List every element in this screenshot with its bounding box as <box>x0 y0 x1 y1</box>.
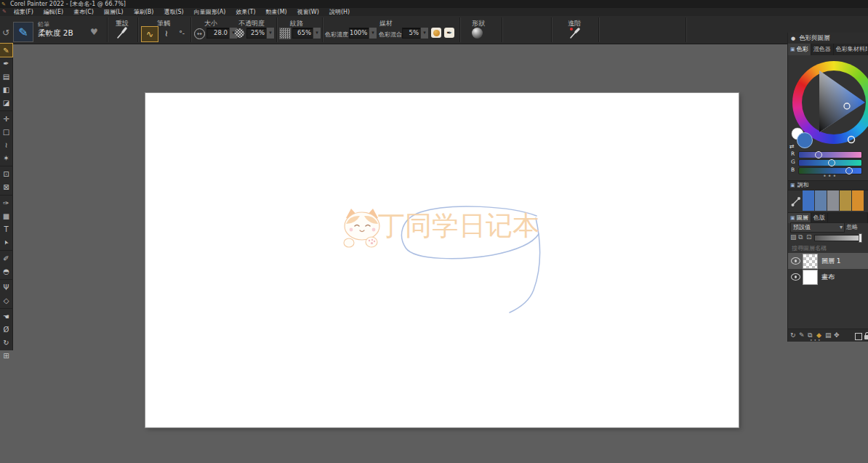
bottom-bar-dots[interactable]: ••• <box>810 337 822 342</box>
blend-spinner[interactable]: ▾ <box>420 27 429 39</box>
new-liquid-ink-layer-icon[interactable]: ▤ <box>825 331 832 339</box>
reset-brush-icon[interactable] <box>116 26 128 39</box>
r-label: R <box>791 150 795 158</box>
tab-channels[interactable]: 色版 <box>811 213 828 223</box>
mirror-paint-tool[interactable]: Ψ <box>0 279 12 294</box>
layer-opacity-handle[interactable] <box>859 233 862 243</box>
brush-variant-label[interactable]: 柔軟度 2B <box>38 28 73 39</box>
rotate-page-tool[interactable]: ↻ <box>0 336 12 349</box>
menu-window[interactable]: 視窗(W) <box>292 8 324 16</box>
brush-tool[interactable]: ✎ <box>0 44 12 57</box>
brush-reload-icon[interactable]: ↺ <box>2 28 9 38</box>
r-slider[interactable] <box>798 151 862 158</box>
canvas[interactable]: 丁同学日记本 <box>145 93 739 427</box>
b-slider-handle[interactable] <box>845 167 853 174</box>
tab-layers[interactable]: ▣圖層 <box>788 213 811 223</box>
grain-field[interactable]: 65% <box>292 28 314 39</box>
dotted-stroke-button[interactable]: °‐ <box>175 26 188 41</box>
tab-mixer[interactable]: 混色器 <box>811 44 834 55</box>
menu-file[interactable]: 檔案(F) <box>9 8 39 16</box>
media-pen-button[interactable]: ✒ <box>444 28 454 38</box>
depth-mode-dropdown[interactable]: 忽略 <box>846 223 858 231</box>
layer-commands-icon[interactable]: ↻ <box>790 331 796 339</box>
menu-effects[interactable]: 效果(T) <box>230 8 260 16</box>
menu-edit[interactable]: 編輯(E) <box>39 8 68 16</box>
concentration-field[interactable]: 100% <box>349 28 370 39</box>
dab-shape-icon[interactable] <box>472 28 483 39</box>
layer-row-1[interactable]: 圖層 1 <box>788 253 868 269</box>
transform-tool[interactable]: ⊡ <box>0 166 12 180</box>
navigator-tool[interactable]: ⊞ <box>0 349 12 362</box>
concentration-spinner[interactable]: ▾ <box>369 27 377 39</box>
preserve-transparency-icon[interactable]: ▨ <box>790 233 797 241</box>
crop-tool[interactable]: ⊠ <box>0 180 12 193</box>
eraser-tool[interactable]: ◪ <box>0 96 12 109</box>
delete-layer-icon[interactable]: ✥ <box>834 331 840 339</box>
cloner-tool[interactable]: ✐ <box>0 250 12 265</box>
harmony-header[interactable]: ▣調和 <box>788 180 868 190</box>
rect-shape-tool[interactable]: ■ <box>0 209 12 222</box>
color-panel-options-dots[interactable]: ••• <box>823 173 837 180</box>
new-layer-icon[interactable] <box>855 333 862 340</box>
text-tool[interactable]: T <box>0 222 12 235</box>
g-slider-handle[interactable] <box>828 159 835 166</box>
harmony-swatch-1[interactable] <box>803 190 814 211</box>
layer-link-icon[interactable]: ⊡ <box>806 233 812 241</box>
panel-header[interactable]: ●色彩與圖層 <box>788 33 868 44</box>
layer-opacity-slider[interactable] <box>814 235 861 241</box>
g-slider[interactable] <box>798 159 862 166</box>
grain-swatch[interactable] <box>279 28 291 39</box>
brush-selector[interactable]: ✎ <box>13 22 33 42</box>
visibility-eye-icon[interactable] <box>791 257 800 265</box>
layer-thumbnail <box>803 254 818 269</box>
size-field[interactable]: 28.0 <box>206 28 230 39</box>
pen-tool[interactable]: ✑ <box>0 195 12 209</box>
visibility-eye-icon[interactable] <box>791 273 800 281</box>
tab-color-set[interactable]: 色彩集材料庫 <box>834 44 868 55</box>
layer-row-canvas[interactable]: 畫布 <box>788 269 868 285</box>
menu-help[interactable]: 說明(H) <box>324 8 355 16</box>
magic-wand-tool[interactable]: ✶ <box>0 151 12 164</box>
gradient-tool[interactable]: ◧ <box>0 83 12 96</box>
lasso-tool[interactable]: ≀ <box>0 138 12 151</box>
dynamic-plugins-icon[interactable]: ✎ <box>799 331 805 339</box>
lock-layer-icon[interactable] <box>864 335 868 339</box>
curve-stroke-button[interactable]: ≀ <box>158 26 174 41</box>
brush-menu-icon: ✎ <box>0 8 9 16</box>
grain-spinner[interactable]: ▾ <box>313 27 321 39</box>
blend-mode-dropdown[interactable]: 預設值▾ <box>790 222 845 233</box>
magnifier-tool[interactable]: Ø <box>0 323 12 336</box>
layer-search-placeholder[interactable]: 搜尋圖層名稱 <box>792 244 827 252</box>
dodge-tool[interactable]: ◓ <box>0 265 12 278</box>
advanced-brush-icon[interactable] <box>568 26 581 39</box>
shape-select-tool[interactable]: ➤ <box>0 235 12 249</box>
harmony-swatch-2[interactable] <box>815 190 827 211</box>
opacity-field[interactable]: 25% <box>246 28 268 39</box>
color-triangle-layer[interactable] <box>788 55 868 150</box>
freehand-stroke-button[interactable]: ∿ <box>141 26 158 42</box>
perspective-tool[interactable]: ◇ <box>0 294 12 307</box>
favorite-heart-icon[interactable]: ♥ <box>90 27 98 37</box>
harmony-swatch-5[interactable] <box>852 190 864 211</box>
harmony-link-icon[interactable] <box>791 196 801 207</box>
swap-colors-icon[interactable]: ⇄ <box>789 143 795 150</box>
dropper-tool[interactable]: ✒ <box>0 57 12 70</box>
pickup-underlying-icon[interactable]: ⧉ <box>798 233 803 241</box>
menu-brushes[interactable]: 筆刷(B) <box>129 8 159 16</box>
menu-layers[interactable]: 圖層(L) <box>99 8 129 16</box>
menu-canvas[interactable]: 畫布(C) <box>68 8 99 16</box>
tab-color[interactable]: ▣色彩 <box>788 44 811 55</box>
paint-bucket-tool[interactable]: ▤ <box>0 70 12 83</box>
menu-movie[interactable]: 動畫(M) <box>261 8 292 16</box>
r-slider-handle[interactable] <box>815 151 822 158</box>
menu-select[interactable]: 選取(S) <box>158 8 188 16</box>
harmony-swatch-3[interactable] <box>827 190 839 211</box>
blend-field[interactable]: 5% <box>402 28 422 39</box>
layer-adjuster-tool[interactable]: ✛ <box>0 110 12 125</box>
media-color-button[interactable] <box>431 28 441 38</box>
harmony-swatch-4[interactable] <box>840 190 851 211</box>
rect-select-tool[interactable]: □ <box>0 125 12 138</box>
opacity-spinner[interactable]: ▾ <box>266 27 275 39</box>
menu-shapes[interactable]: 向量圖形(A) <box>189 8 231 16</box>
grabber-tool[interactable]: ☚ <box>0 308 12 323</box>
